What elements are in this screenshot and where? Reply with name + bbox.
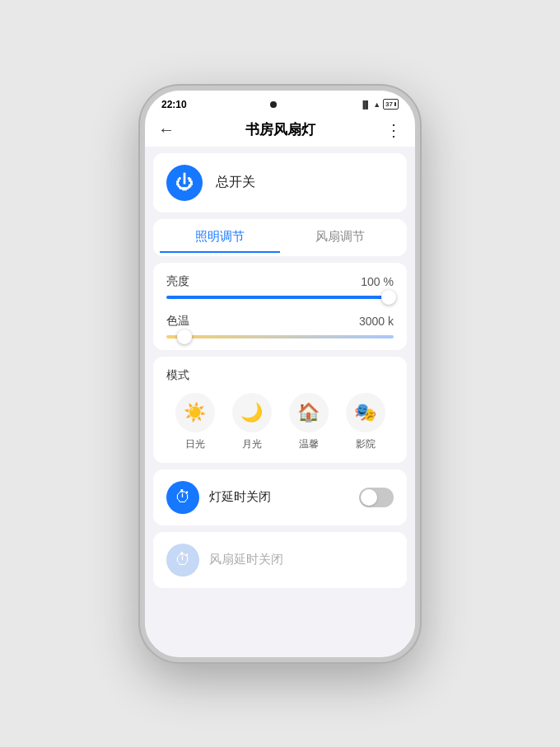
brightness-label: 亮度 bbox=[166, 274, 189, 289]
moonlight-icon: 🌙 bbox=[240, 402, 263, 423]
status-icons: ▐▌ ▲ 37 bbox=[360, 99, 399, 110]
cinema-icon: 🎭 bbox=[354, 402, 376, 423]
page-title: 书房风扇灯 bbox=[245, 120, 315, 139]
mode-daylight[interactable]: ☀️ 日光 bbox=[175, 393, 215, 451]
top-nav: ← 书房风扇灯 ⋮ bbox=[145, 114, 415, 147]
modes-grid: ☀️ 日光 🌙 月光 🏠 温馨 bbox=[166, 393, 394, 451]
power-label: 总开关 bbox=[216, 174, 255, 191]
status-time: 22:10 bbox=[161, 99, 187, 110]
modes-title: 模式 bbox=[166, 368, 394, 383]
daylight-icon-wrap: ☀️ bbox=[175, 393, 215, 432]
power-card: ⏻ 总开关 bbox=[153, 153, 407, 212]
fan-timer-label: 风扇延时关闭 bbox=[209, 552, 394, 567]
brightness-value: 100 % bbox=[361, 275, 394, 288]
camera-dot bbox=[270, 101, 277, 108]
more-button[interactable]: ⋮ bbox=[379, 120, 402, 140]
cinema-label: 影院 bbox=[356, 437, 376, 451]
phone-shell: 22:10 ▐▌ ▲ 37 ← 书房风扇灯 ⋮ ⏻ 总开关 bbox=[140, 86, 420, 662]
brightness-thumb[interactable] bbox=[381, 290, 396, 305]
light-timer-toggle[interactable] bbox=[359, 488, 394, 507]
color-temp-header: 色温 3000 k bbox=[166, 314, 394, 329]
daylight-label: 日光 bbox=[185, 437, 205, 451]
mode-warm[interactable]: 🏠 温馨 bbox=[289, 393, 329, 451]
light-timer-toggle-knob bbox=[361, 489, 377, 506]
warm-icon: 🏠 bbox=[297, 402, 320, 423]
mode-cinema[interactable]: 🎭 影院 bbox=[346, 393, 385, 451]
warm-label: 温馨 bbox=[299, 437, 319, 451]
color-temp-label: 色温 bbox=[166, 314, 189, 329]
moonlight-label: 月光 bbox=[242, 437, 262, 451]
tab-lighting[interactable]: 照明调节 bbox=[160, 222, 280, 253]
mode-moonlight[interactable]: 🌙 月光 bbox=[232, 393, 272, 451]
battery-icon: 37 bbox=[383, 99, 399, 110]
back-button[interactable]: ← bbox=[158, 120, 181, 139]
moonlight-icon-wrap: 🌙 bbox=[232, 393, 272, 432]
light-timer-icon-wrap: ⏱ bbox=[166, 481, 199, 514]
color-temp-value: 3000 k bbox=[359, 315, 394, 328]
brightness-row: 亮度 100 % bbox=[166, 274, 394, 299]
color-temp-thumb[interactable] bbox=[177, 329, 192, 344]
fan-timer-icon-wrap: ⏱ bbox=[166, 544, 199, 577]
modes-card: 模式 ☀️ 日光 🌙 月光 bbox=[153, 357, 407, 463]
content-area: ⏻ 总开关 照明调节 风扇调节 亮度 100 % bbox=[145, 147, 415, 657]
light-timer-label: 灯延时关闭 bbox=[209, 489, 349, 505]
phone-screen: 22:10 ▐▌ ▲ 37 ← 书房风扇灯 ⋮ ⏻ 总开关 bbox=[145, 91, 415, 657]
fan-timer-icon: ⏱ bbox=[175, 550, 191, 569]
color-temp-row: 色温 3000 k bbox=[166, 314, 394, 338]
brightness-header: 亮度 100 % bbox=[166, 274, 394, 289]
brightness-track[interactable] bbox=[166, 296, 394, 299]
warm-icon-wrap: 🏠 bbox=[289, 393, 329, 432]
light-timer-card: ⏱ 灯延时关闭 bbox=[153, 469, 407, 525]
signal-icon: ▐▌ bbox=[360, 100, 371, 109]
power-button[interactable]: ⏻ bbox=[166, 165, 203, 201]
fan-timer-card: ⏱ 风扇延时关闭 bbox=[153, 532, 407, 588]
color-temp-track[interactable] bbox=[166, 335, 394, 338]
cinema-icon-wrap: 🎭 bbox=[346, 393, 385, 432]
tab-bar: 照明调节 风扇调节 bbox=[153, 219, 407, 256]
sliders-card: 亮度 100 % 色温 3000 k bbox=[153, 263, 407, 350]
wifi-icon: ▲ bbox=[373, 100, 380, 109]
daylight-icon: ☀️ bbox=[184, 402, 206, 423]
power-icon: ⏻ bbox=[175, 174, 194, 192]
status-bar: 22:10 ▐▌ ▲ 37 bbox=[145, 91, 415, 114]
tab-fan[interactable]: 风扇调节 bbox=[280, 222, 400, 253]
light-timer-icon: ⏱ bbox=[175, 488, 191, 507]
